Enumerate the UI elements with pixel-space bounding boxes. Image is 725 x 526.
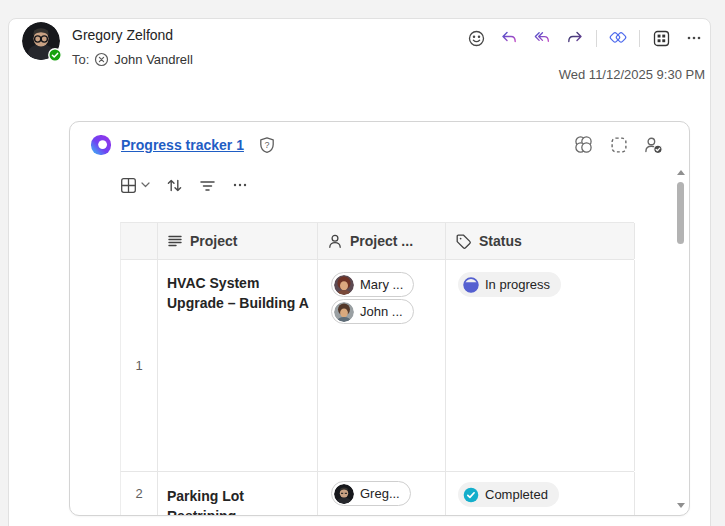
status-completed-icon xyxy=(463,487,479,503)
loop-logo-icon xyxy=(90,134,112,156)
person-pill-mary[interactable]: Mary ... xyxy=(331,272,414,297)
live-frame-icon[interactable] xyxy=(609,135,628,154)
sender-avatar[interactable] xyxy=(22,22,60,60)
divider xyxy=(596,30,597,47)
loop-title-link[interactable]: Progress tracker 1 xyxy=(121,137,244,153)
greg-avatar-image xyxy=(334,484,354,504)
text-lines-icon xyxy=(167,233,183,249)
progress-tracker-table: Project Project ... Status xyxy=(120,222,634,516)
email-reading-pane: Gregory Zelfond To: John Vandrell xyxy=(8,18,711,526)
table-header-row: Project Project ... Status xyxy=(120,222,634,260)
table-row: 2 Parking Lot Restriping xyxy=(120,472,634,516)
reply-icon[interactable] xyxy=(500,29,518,47)
mary-avatar-image xyxy=(334,275,354,295)
svg-text:?: ? xyxy=(264,139,269,149)
recipient-name[interactable]: John Vandrell xyxy=(114,52,193,67)
loop-table-toolbar xyxy=(120,174,248,196)
loop-header: Progress tracker 1 ? xyxy=(90,134,276,156)
loop-component-icon[interactable] xyxy=(609,29,627,47)
more-options-icon[interactable] xyxy=(685,29,703,47)
person-pill-greg[interactable]: Greg... xyxy=(331,481,411,506)
more-options-icon[interactable] xyxy=(232,174,248,196)
apps-grid-icon[interactable] xyxy=(652,29,670,47)
emoji-reaction-icon[interactable] xyxy=(467,29,485,47)
scroll-up-icon[interactable] xyxy=(674,168,687,177)
filter-icon[interactable] xyxy=(199,174,216,196)
divider xyxy=(639,30,640,47)
message-timestamp: Wed 11/12/2025 9:30 PM xyxy=(559,67,705,82)
row-number-header xyxy=(121,223,158,259)
shield-question-icon[interactable]: ? xyxy=(258,136,276,155)
row-number: 1 xyxy=(121,260,158,471)
project-cell[interactable]: HVAC System Upgrade – Building A xyxy=(158,260,318,471)
status-pill-in-progress[interactable]: In progress xyxy=(458,272,561,297)
status-pill-completed[interactable]: Completed xyxy=(458,482,559,507)
assignee-cell: Greg... xyxy=(318,472,446,516)
four-circles-icon[interactable] xyxy=(574,135,593,154)
status-cell: In progress xyxy=(446,260,635,471)
table-view-button[interactable] xyxy=(120,174,150,196)
recipient-contact-icon xyxy=(94,52,109,67)
tag-icon xyxy=(455,233,472,250)
loop-header-actions xyxy=(574,135,663,154)
message-action-bar xyxy=(467,25,703,51)
reply-all-icon[interactable] xyxy=(533,29,551,47)
project-cell[interactable]: Parking Lot Restriping xyxy=(158,472,318,516)
status-cell: Completed xyxy=(446,472,635,516)
sort-icon[interactable] xyxy=(166,174,183,196)
to-label: To: xyxy=(72,52,89,67)
recipient-line: To: John Vandrell xyxy=(72,52,193,67)
scroll-down-icon[interactable] xyxy=(674,501,687,510)
chevron-down-icon xyxy=(141,182,150,188)
column-header-status[interactable]: Status xyxy=(446,223,635,259)
row-number: 2 xyxy=(121,472,158,516)
people-shared-icon[interactable] xyxy=(644,135,663,154)
person-icon xyxy=(327,233,343,249)
assignee-cell: Mary ... John ... xyxy=(318,260,446,471)
scrollbar-thumb[interactable] xyxy=(677,182,684,244)
table-row: 1 HVAC System Upgrade – Building A xyxy=(120,260,634,472)
forward-icon[interactable] xyxy=(566,29,584,47)
column-header-project-manager[interactable]: Project ... xyxy=(318,223,446,259)
presence-available-icon xyxy=(48,48,62,62)
loop-scrollbar[interactable] xyxy=(674,168,687,510)
column-header-project[interactable]: Project xyxy=(158,223,318,259)
status-in-progress-icon xyxy=(463,277,479,293)
john-avatar-image xyxy=(334,302,354,322)
sender-name: Gregory Zelfond xyxy=(72,27,173,43)
person-pill-john[interactable]: John ... xyxy=(331,299,414,324)
loop-component-card: Progress tracker 1 ? xyxy=(69,121,690,516)
